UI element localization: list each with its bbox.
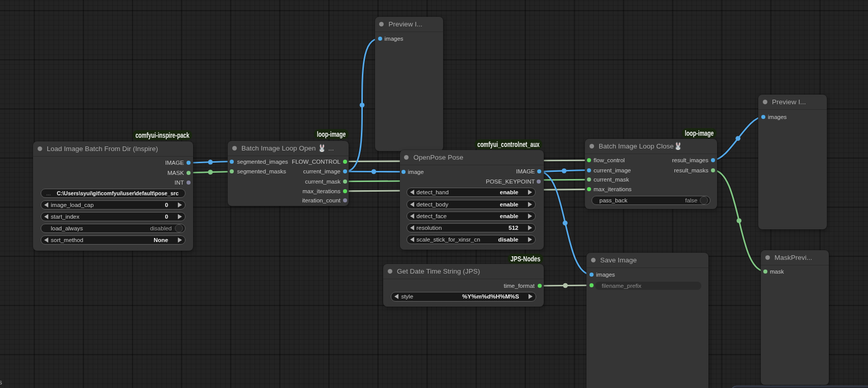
- svg-text:loop-image: loop-image: [317, 130, 346, 138]
- svg-text:comfyui-inspire-pack: comfyui-inspire-pack: [136, 131, 190, 139]
- svg-text:comfyui_controlnet_aux: comfyui_controlnet_aux: [477, 140, 540, 148]
- svg-text:loop-image: loop-image: [685, 129, 714, 137]
- svg-text:JPS-Nodes: JPS-Nodes: [510, 254, 540, 263]
